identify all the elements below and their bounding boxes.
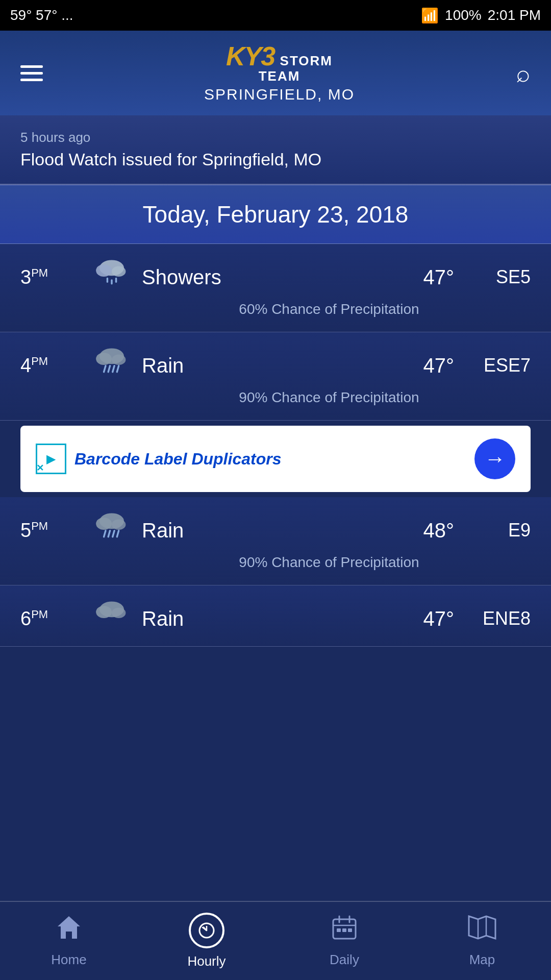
alert-banner[interactable]: 5 hours ago Flood Watch issued for Sprin… [0,115,551,185]
svg-point-22 [112,607,126,618]
clock: 2:01 PM [488,7,541,23]
home-icon [56,914,82,947]
svg-rect-32 [337,928,341,932]
svg-rect-33 [342,928,346,932]
ad-left: ▶ ✕ Barcode Label Duplicators [36,444,281,474]
bottom-nav: Home Hourly Daily [0,901,551,980]
nav-home-label: Home [51,952,86,968]
nav-hourly-label: Hourly [187,953,226,969]
logo-ky3: KY3 [226,41,274,71]
hourly-row-6pm-partial[interactable]: 6PM Rain 47° ENE8 [0,585,551,647]
svg-point-7 [96,353,112,365]
svg-marker-23 [58,916,80,939]
svg-point-1 [96,264,112,277]
showers-icon [94,258,130,296]
hourly-row-5pm[interactable]: 5PM Rain 48° E9 90% Chance of Precipitat… [0,497,551,585]
temp-3pm: 47° [403,266,454,289]
nav-map-label: Map [469,952,495,968]
app-header: KY3 STORMTEAM SPRINGFIELD, MO ⌕ [0,31,551,115]
rain-icon-4pm [94,347,130,384]
hour-time-6pm: 6PM [20,608,82,630]
svg-point-2 [112,266,126,277]
svg-line-19 [117,531,118,537]
wifi-icon: 📶 [421,7,439,24]
daily-icon [331,914,358,947]
wind-6pm: ENE8 [474,608,531,629]
rain-icon-5pm [94,511,130,549]
status-bar-right: 📶 100% 2:01 PM [421,7,541,24]
alert-message: Flood Watch issued for Springfield, MO [20,150,531,169]
nav-daily[interactable]: Daily [293,914,395,968]
temp-4pm: 47° [403,354,454,377]
svg-line-18 [113,531,114,537]
svg-line-11 [113,366,114,372]
ad-title: Barcode Label Duplicators [74,450,281,469]
battery-level: 100% [445,7,482,23]
nav-home[interactable]: Home [18,914,120,968]
wind-5pm: E9 [474,520,531,541]
precip-3pm: 60% Chance of Precipitation [20,301,531,317]
condition-3pm: Showers [142,266,403,289]
wind-3pm: SE5 [474,266,531,288]
logo: KY3 STORMTEAM [204,43,355,83]
svg-line-17 [108,531,110,537]
status-bar-left: 59° 57° ... [10,7,73,23]
hour-time-4pm: 4PM [20,355,82,377]
ad-banner[interactable]: ▶ ✕ Barcode Label Duplicators → [20,426,531,492]
svg-line-16 [104,531,106,537]
svg-point-14 [96,518,112,530]
hourly-row-4pm[interactable]: 4PM Rain 47° ESE7 90% Chance of Precipit… [0,332,551,421]
svg-marker-35 [469,916,495,939]
date-header: Today, February 23, 2018 [0,185,551,244]
nav-hourly[interactable]: Hourly [156,913,258,969]
ad-play-icon: ▶ ✕ [36,444,66,474]
temp-5pm: 48° [403,519,454,542]
logo-area: KY3 STORMTEAM SPRINGFIELD, MO [204,43,355,103]
alert-time: 5 hours ago [20,130,531,145]
precip-5pm: 90% Chance of Precipitation [20,554,531,571]
search-button[interactable]: ⌕ [516,59,531,87]
rain-icon-6pm [94,600,130,638]
date-text: Today, February 23, 2018 [20,201,531,228]
svg-rect-5 [115,278,117,283]
map-icon [468,914,496,947]
svg-point-15 [112,519,126,530]
hourly-row-3pm[interactable]: 3PM Showers 47° SE5 60% Chance of Precip… [0,244,551,332]
svg-point-21 [96,606,112,618]
status-temp: 59° 57° ... [10,7,73,23]
condition-6pm: Rain [142,607,403,630]
ad-arrow-button[interactable]: → [474,438,515,479]
svg-rect-4 [111,279,112,284]
condition-5pm: Rain [142,519,403,542]
temp-6pm: 47° [403,607,454,630]
svg-line-9 [104,366,106,372]
nav-daily-label: Daily [330,952,359,968]
wind-4pm: ESE7 [474,355,531,376]
location-label: SPRINGFIELD, MO [204,86,355,103]
svg-rect-3 [107,278,108,283]
svg-line-10 [108,366,110,372]
status-bar: 59° 57° ... 📶 100% 2:01 PM [0,0,551,31]
menu-button[interactable] [20,61,43,85]
hour-time-3pm: 3PM [20,266,82,288]
nav-map[interactable]: Map [431,914,533,968]
condition-4pm: Rain [142,354,403,377]
svg-rect-34 [348,928,352,932]
hour-time-5pm: 5PM [20,520,82,542]
svg-point-8 [112,354,126,365]
precip-4pm: 90% Chance of Precipitation [20,389,531,406]
svg-line-12 [117,366,118,372]
hourly-icon [189,913,224,948]
